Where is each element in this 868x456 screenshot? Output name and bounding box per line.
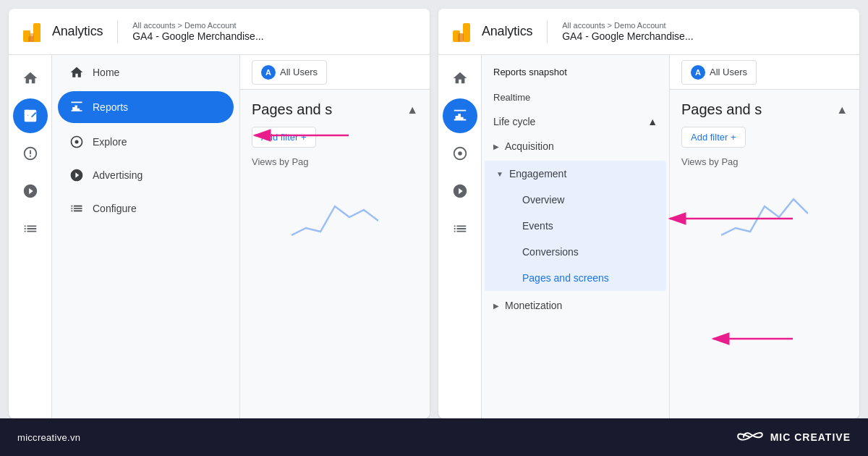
footer-brand: MIC CREATIVE [737, 428, 851, 446]
right-all-users-label: All Users [710, 67, 747, 77]
right-lifecycle-header[interactable]: Life cycle ▲ [482, 110, 669, 133]
left-content-inner: Pages and s ▲ Add filter + Views by Pag [240, 90, 430, 254]
footer-bar: miccreative.vn MIC CREATIVE [0, 418, 868, 456]
left-section-title: Pages and s [252, 101, 332, 118]
footer-brand-name: MIC CREATIVE [770, 431, 851, 443]
right-sidebar [438, 55, 482, 418]
svg-rect-12 [458, 33, 464, 42]
right-header-divider [547, 20, 548, 43]
left-nav-configure[interactable]: Configure [58, 193, 234, 224]
svg-point-13 [458, 151, 462, 156]
right-section-title: Pages and s [681, 101, 762, 118]
right-sidebar-explore[interactable] [443, 136, 477, 171]
svg-rect-3 [23, 30, 30, 36]
ga-logo-right [450, 20, 473, 43]
right-user-avatar: A [691, 65, 705, 80]
sidebar-advertising-icon[interactable] [13, 174, 48, 208]
left-views-label: Views by Pag [252, 156, 418, 167]
left-nav-reports[interactable]: Reports [58, 91, 234, 123]
ga-logo-left [20, 20, 43, 43]
left-title-bar: Pages and s ▲ [252, 101, 418, 118]
left-add-filter-btn[interactable]: Add filter + [252, 127, 316, 148]
right-nav-conversions[interactable]: Conversions [490, 239, 660, 265]
left-header-divider [117, 20, 118, 43]
right-views-label: Views by Pag [681, 156, 848, 167]
right-nav-pages-screens[interactable]: Pages and screens [490, 265, 660, 291]
svg-point-7 [75, 140, 79, 144]
left-all-users-btn[interactable]: A All Users [252, 60, 327, 85]
left-all-users-label: All Users [280, 67, 318, 77]
left-nav-home[interactable]: Home [58, 56, 234, 88]
left-nav-explore[interactable]: Explore [58, 126, 234, 158]
right-add-filter-btn[interactable]: Add filter + [681, 127, 746, 148]
right-nav-events[interactable]: Events [490, 213, 660, 239]
left-breadcrumb: All accounts > Demo Account GA4 - Google… [132, 21, 263, 42]
right-sidebar-advertising[interactable] [443, 174, 477, 208]
engagement-expand: ▼ [496, 170, 503, 178]
left-nav-panel: Home Reports Explore Advertising Configu… [52, 55, 240, 418]
left-body: Home Reports Explore Advertising Configu… [9, 55, 430, 418]
left-chevron-up[interactable]: ▲ [407, 104, 418, 117]
left-nav-advertising[interactable]: Advertising [58, 159, 234, 191]
left-content: A All Users Pages and s ▲ Add filter + V… [240, 55, 430, 418]
acquisition-expand: ▶ [493, 143, 499, 151]
right-chart [681, 185, 848, 242]
left-header-title: Analytics [52, 24, 103, 39]
right-panel: Analytics All accounts > Demo Account GA… [438, 9, 859, 418]
svg-rect-11 [463, 23, 470, 42]
left-panel: Analytics All accounts > Demo Account GA… [9, 9, 430, 418]
right-nav-acquisition[interactable]: ▶ Acquisition [482, 133, 669, 159]
right-toolbar: A All Users [670, 55, 859, 90]
right-content-inner: Pages and s ▲ Add filter + Views by Pag [670, 90, 859, 254]
right-sidebar-home[interactable] [443, 61, 477, 96]
right-header: Analytics All accounts > Demo Account GA… [438, 9, 859, 55]
left-toolbar: A All Users [240, 55, 430, 90]
right-title-bar: Pages and s ▲ [681, 101, 848, 118]
monetization-expand: ▶ [493, 302, 499, 310]
sidebar-home-icon[interactable] [13, 61, 48, 96]
left-sidebar [9, 55, 52, 418]
left-breadcrumb-top: All accounts > Demo Account [132, 21, 263, 30]
left-user-avatar: A [261, 65, 276, 80]
right-sidebar-reports[interactable] [443, 98, 477, 133]
right-nav-realtime[interactable]: Realtime [482, 85, 669, 110]
right-breadcrumb: All accounts > Demo Account GA4 - Google… [562, 21, 693, 42]
engagement-group: ▼ Engagement Overview Events Conversions… [485, 161, 666, 291]
right-all-users-btn[interactable]: A All Users [681, 60, 757, 85]
sidebar-configure-icon[interactable] [13, 211, 48, 246]
right-breadcrumb-top: All accounts > Demo Account [562, 21, 693, 30]
right-nav-overview[interactable]: Overview [490, 187, 660, 213]
sidebar-reports-icon[interactable] [13, 98, 48, 133]
right-nav-monetization[interactable]: ▶ Monetization [482, 292, 669, 318]
lifecycle-chevron: ▲ [647, 116, 658, 127]
right-breadcrumb-main: GA4 - Google Merchandise... [562, 30, 693, 42]
footer-url: miccreative.vn [17, 432, 80, 443]
right-nav-reports-snapshot[interactable]: Reports snapshot [482, 59, 669, 85]
right-content: A All Users Pages and s ▲ Add filter + V… [670, 55, 859, 418]
right-nav-engagement[interactable]: ▼ Engagement [485, 161, 666, 187]
svg-rect-4 [33, 23, 41, 42]
right-nav-panel: Reports snapshot Realtime Life cycle ▲ ▶… [482, 55, 670, 418]
left-chart [252, 185, 418, 242]
sidebar-explore-icon[interactable] [13, 136, 48, 171]
right-chevron-up[interactable]: ▲ [836, 104, 848, 117]
left-breadcrumb-main: GA4 - Google Merchandise... [132, 30, 263, 42]
svg-rect-5 [30, 33, 34, 42]
right-body: Reports snapshot Realtime Life cycle ▲ ▶… [438, 55, 859, 418]
right-header-title: Analytics [482, 24, 532, 39]
mic-logo [737, 428, 763, 446]
right-sidebar-configure[interactable] [443, 211, 477, 246]
left-header: Analytics All accounts > Demo Account GA… [9, 9, 430, 55]
